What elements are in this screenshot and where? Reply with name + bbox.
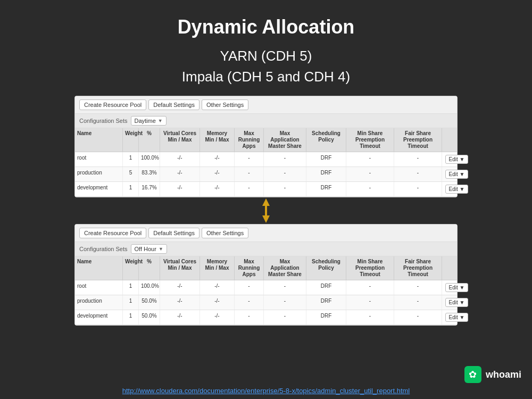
table-cell: - [346,280,394,295]
table-cell: 1 [123,295,139,310]
bottom-table-header: Name Weight % Virtual CoresMin / Max Mem… [75,256,457,280]
table-cell: 50.0% [139,310,160,325]
edit-cell: Edit ▼ [442,280,471,295]
table-cell: - [264,152,306,167]
table-cell: - [235,182,264,196]
table-cell: - [264,182,306,196]
col-name-top: Name [75,128,123,152]
table-cell: DRF [306,167,346,181]
watermark: ✿ whoami [464,366,521,383]
table-cell: DRF [306,280,346,295]
table-cell: 5 [123,167,139,181]
table-cell: development [75,310,123,325]
top-toolbar: Create Resource Pool Default Settings Ot… [75,96,457,114]
col-weight-top: Weight [123,128,139,152]
other-settings-btn-bottom[interactable]: Other Settings [202,228,248,238]
col-actions-bottom [442,256,471,280]
table-cell: DRF [306,310,346,325]
table-cell: - [394,280,442,295]
config-select-bottom[interactable]: Off Hour ▼ [131,244,167,254]
edit-button[interactable]: Edit ▼ [445,170,469,179]
table-top: Create Resource Pool Default Settings Ot… [74,96,458,197]
table-cell: 83.3% [139,167,160,181]
table-cell: 1 [123,280,139,295]
other-settings-btn-top[interactable]: Other Settings [202,99,248,110]
edit-button[interactable]: Edit ▼ [445,313,469,322]
edit-button[interactable]: Edit ▼ [445,283,469,292]
table-cell: - [346,182,394,196]
table-cell: root [75,280,123,295]
col-vcores-bottom: Virtual CoresMin / Max [160,256,200,280]
table-cell: -/- [200,167,235,181]
config-row-bottom: Configuration Sets Off Hour ▼ [75,242,457,256]
table-cell: - [264,310,306,325]
table-cell: DRF [306,182,346,196]
col-memory-top: MemoryMin / Max [200,128,235,152]
table-cell: -/- [200,310,235,325]
col-vcores-top: Virtual CoresMin / Max [160,128,200,152]
edit-button[interactable]: Edit ▼ [445,298,469,307]
col-actions-top [442,128,471,152]
table-cell: -/- [200,152,235,167]
config-label-top: Configuration Sets [79,118,128,124]
default-settings-btn-top[interactable]: Default Settings [148,99,200,110]
table-cell: -/- [160,152,200,167]
svg-marker-0 [262,198,270,206]
table-cell: - [235,152,264,167]
edit-button[interactable]: Edit ▼ [445,155,469,164]
bottom-toolbar: Create Resource Pool Default Settings Ot… [75,225,457,242]
table-cell: -/- [200,280,235,295]
table-cell: development [75,182,123,196]
col-minpreempt-bottom: Min Share Preemption Timeout [346,256,394,280]
wechat-icon: ✿ [464,366,481,383]
col-pct-bottom: % [139,256,160,280]
table-cell: root [75,152,123,167]
table-cell: production [75,167,123,181]
col-scheduling-top: Scheduling Policy [306,128,346,152]
table-cell: 16.7% [139,182,160,196]
url-bar[interactable]: http://www.cloudera.com/documentation/en… [0,387,532,395]
bidirectional-arrow [258,197,274,224]
col-pct-top: % [139,128,160,152]
table-cell: 1 [123,152,139,167]
top-table-rows: root1100.0%-/--/---DRF--Edit ▼production… [75,152,457,197]
col-maxapp-bottom: Max Application Master Share [264,256,306,280]
table-row: development116.7%-/--/---DRF--Edit ▼ [75,182,457,197]
col-maxrunning-top: Max Running Apps [235,128,264,152]
table-cell: -/- [160,310,200,325]
create-resource-pool-btn-bottom[interactable]: Create Resource Pool [79,228,146,238]
table-cell: - [394,167,442,181]
col-scheduling-bottom: Scheduling Policy [306,256,346,280]
table-cell: DRF [306,152,346,167]
table-cell: - [394,182,442,196]
edit-cell: Edit ▼ [442,152,471,167]
col-memory-bottom: MemoryMin / Max [200,256,235,280]
table-cell: - [235,167,264,181]
svg-marker-3 [262,215,270,223]
col-weight-bottom: Weight [123,256,139,280]
table-cell: -/- [160,182,200,196]
edit-button[interactable]: Edit ▼ [445,185,469,194]
table-cell: -/- [160,280,200,295]
table-cell: - [264,295,306,310]
table-cell: 1 [123,182,139,196]
default-settings-btn-bottom[interactable]: Default Settings [148,228,200,238]
tables-container: Create Resource Pool Default Settings Ot… [74,96,458,326]
table-cell: -/- [160,295,200,310]
col-minpreempt-top: Min Share Preemption Timeout [346,128,394,152]
edit-cell: Edit ▼ [442,182,471,196]
table-cell: -/- [200,182,235,196]
table-cell: - [235,295,264,310]
table-cell: - [235,310,264,325]
slide: Dynamic Allocation YARN (CDH 5) Impala (… [0,0,532,399]
sub-title-impala: Impala (CDH 5 and CDH 4) [182,69,350,85]
table-cell: - [346,167,394,181]
table-cell: - [346,310,394,325]
sub-title-yarn: YARN (CDH 5) [220,48,312,64]
dropdown-arrow-top: ▼ [158,118,163,123]
config-select-top[interactable]: Daytime ▼ [131,116,167,126]
dropdown-arrow-bottom: ▼ [159,246,163,252]
create-resource-pool-btn-top[interactable]: Create Resource Pool [79,99,146,110]
table-cell: - [346,295,394,310]
config-row-top: Configuration Sets Daytime ▼ [75,114,457,128]
